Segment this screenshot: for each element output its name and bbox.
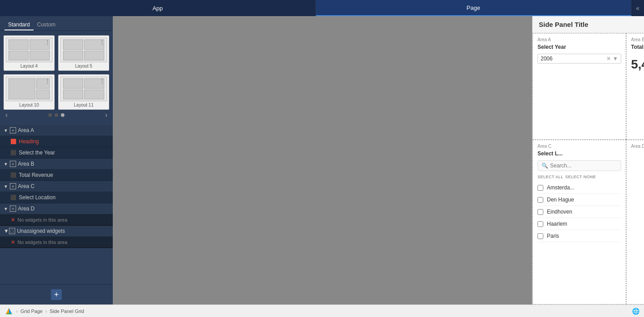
area-c-caret: ▼ bbox=[4, 184, 8, 189]
top-tabs: App Page « bbox=[0, 0, 644, 16]
layout-10-label: Layout 10 bbox=[6, 103, 52, 107]
location-search-input[interactable] bbox=[550, 163, 617, 169]
location-search-box[interactable]: 🔍 bbox=[537, 160, 621, 171]
unassigned-no-widgets-label: No widgets in this area bbox=[17, 240, 67, 245]
layout-5-menu[interactable]: ⋮ bbox=[99, 39, 105, 45]
area-d-header[interactable]: ▼ + Area D bbox=[0, 203, 113, 214]
unassigned-no-widgets: ✕ No widgets in this area bbox=[0, 237, 113, 248]
unassigned-header[interactable]: ▼ □ Unassigned widgets bbox=[0, 226, 113, 237]
area-a-expand-icon[interactable]: + bbox=[10, 127, 16, 133]
area-c-header[interactable]: ▼ + Area C bbox=[0, 181, 113, 192]
area-d-no-widgets: ✕ No widgets in this area bbox=[0, 214, 113, 226]
layout-10-menu[interactable]: ⋮ bbox=[45, 78, 50, 84]
location-haarlem[interactable]: Haarlem bbox=[537, 218, 621, 230]
area-a-item-heading[interactable]: Heading bbox=[0, 136, 113, 147]
carousel-prev-button[interactable]: ‹ bbox=[5, 111, 8, 119]
area-b-expand-icon[interactable]: + bbox=[10, 161, 16, 167]
layout-5-preview: ⋮ bbox=[60, 38, 107, 62]
area-b-caret: ▼ bbox=[4, 162, 8, 167]
panel-cell-a-title: Select Year bbox=[537, 44, 621, 50]
layout-10-preview: ⋮ bbox=[6, 77, 52, 101]
layout-10-item[interactable]: ⋮ Layout 10 bbox=[4, 74, 55, 110]
carousel-next-button[interactable]: › bbox=[105, 111, 107, 119]
layout-11-grid bbox=[63, 78, 104, 100]
select-all-button[interactable]: SELECT ALL bbox=[537, 174, 563, 180]
layout-4-item[interactable]: ⋮ Layout 4 bbox=[4, 35, 55, 71]
carousel-nav: ‹ › bbox=[4, 110, 109, 120]
location-den-hague[interactable]: Den Hague bbox=[537, 194, 621, 206]
panel-cell-b: Area B Total R... 5,400... bbox=[626, 33, 644, 140]
layout-11-item[interactable]: ⋮ Layout 11 bbox=[58, 74, 109, 110]
side-panel-title: Side Panel Title bbox=[533, 16, 644, 33]
layout-carousel: ⋮ Layout 4 ⋮ Layout 5 bbox=[0, 31, 113, 125]
area-c-item-location[interactable]: Select Location bbox=[0, 192, 113, 203]
unassigned-checkbox[interactable]: □ bbox=[9, 228, 15, 234]
area-d-expand-icon[interactable]: + bbox=[10, 206, 16, 212]
unassigned-label: Unassigned widgets bbox=[17, 228, 65, 234]
tab-app[interactable]: App bbox=[0, 0, 316, 16]
year-dropdown-icon[interactable]: ▼ bbox=[613, 56, 618, 62]
location-amsterdam-label: Amsterda... bbox=[547, 184, 574, 191]
layout-4-grid bbox=[9, 39, 50, 61]
breadcrumb-grid-page[interactable]: Grid Page bbox=[21, 308, 43, 314]
year-select-widget[interactable]: 2006 ✕ ▼ bbox=[537, 54, 621, 64]
area-d-x-icon: ✕ bbox=[11, 217, 15, 223]
location-paris-checkbox[interactable] bbox=[537, 233, 543, 239]
carousel-dot-3[interactable] bbox=[61, 113, 64, 117]
location-item-icon bbox=[11, 195, 16, 200]
layout-11-preview: ⋮ bbox=[60, 77, 107, 101]
sub-tabs: Standard Custom bbox=[0, 16, 113, 31]
area-tree: ▼ + Area A Heading Select the Year ▼ + A… bbox=[0, 125, 113, 284]
breadcrumb-bar: › Grid Page › Side Panel Grid 🌐 bbox=[0, 304, 644, 317]
layout-grid: ⋮ Layout 4 ⋮ Layout 5 bbox=[4, 35, 109, 110]
tab-page[interactable]: Page bbox=[316, 0, 632, 16]
layout-5-grid bbox=[63, 39, 104, 61]
area-d-label: Area D bbox=[18, 206, 34, 212]
location-haarlem-checkbox[interactable] bbox=[537, 221, 543, 227]
layout-5-label: Layout 5 bbox=[60, 64, 107, 69]
collapse-sidebar-button[interactable]: « bbox=[631, 0, 644, 16]
location-paris[interactable]: Paris bbox=[537, 230, 621, 242]
year-item-label: Select the Year bbox=[19, 150, 55, 156]
panel-cell-c-label: Area C bbox=[537, 144, 621, 149]
panel-cell-b-label: Area B bbox=[631, 37, 644, 42]
unassigned-caret: ▼ bbox=[4, 228, 9, 234]
layout-11-label: Layout 11 bbox=[60, 103, 107, 107]
carousel-dot-2[interactable] bbox=[55, 113, 58, 117]
location-haarlem-label: Haarlem bbox=[547, 221, 567, 227]
area-c-expand-icon[interactable]: + bbox=[10, 183, 16, 189]
panel-cell-d: Area D bbox=[626, 140, 644, 304]
area-a-item-year[interactable]: Select the Year bbox=[0, 147, 113, 158]
location-eindhoven-checkbox[interactable] bbox=[537, 209, 543, 215]
add-widget-area: + bbox=[0, 284, 113, 304]
location-amsterdam[interactable]: Amsterda... bbox=[537, 182, 621, 194]
select-none-button[interactable]: SELECT NONE bbox=[565, 174, 596, 180]
add-widget-button[interactable]: + bbox=[51, 289, 62, 300]
scroll-spacer bbox=[0, 248, 113, 266]
revenue-item-label: Total Revenue bbox=[19, 172, 53, 178]
area-b-header[interactable]: ▼ + Area B bbox=[0, 158, 113, 170]
area-d-caret: ▼ bbox=[4, 206, 8, 211]
panel-grid: Area A Select Year 2006 ✕ ▼ Area B Total… bbox=[533, 33, 644, 304]
layout-4-preview: ⋮ bbox=[6, 38, 52, 62]
area-d-no-widgets-label: No widgets in this area bbox=[17, 217, 67, 223]
total-revenue-value: 5,400... bbox=[631, 57, 644, 72]
globe-icon[interactable]: 🌐 bbox=[632, 308, 640, 315]
breadcrumb-side-panel-grid: Side Panel Grid bbox=[50, 308, 84, 314]
breadcrumb-sep-1: › bbox=[16, 308, 18, 314]
area-a-header[interactable]: ▼ + Area A bbox=[0, 125, 113, 136]
panel-cell-a-label: Area A bbox=[537, 37, 621, 42]
location-amsterdam-checkbox[interactable] bbox=[537, 185, 543, 191]
layout-5-item[interactable]: ⋮ Layout 5 bbox=[58, 35, 109, 71]
layout-4-menu[interactable]: ⋮ bbox=[45, 39, 50, 45]
tab-standard[interactable]: Standard bbox=[4, 20, 34, 30]
carousel-dot-1[interactable] bbox=[48, 113, 52, 117]
layout-11-menu[interactable]: ⋮ bbox=[99, 78, 105, 84]
revenue-item-icon bbox=[11, 172, 16, 178]
area-b-item-revenue[interactable]: Total Revenue bbox=[0, 170, 113, 181]
location-den-hague-checkbox[interactable] bbox=[537, 197, 543, 203]
panel-cell-d-label: Area D bbox=[631, 144, 644, 149]
tab-custom[interactable]: Custom bbox=[34, 20, 59, 30]
location-eindhoven[interactable]: Eindhoven bbox=[537, 206, 621, 218]
year-clear-icon[interactable]: ✕ bbox=[606, 56, 611, 62]
